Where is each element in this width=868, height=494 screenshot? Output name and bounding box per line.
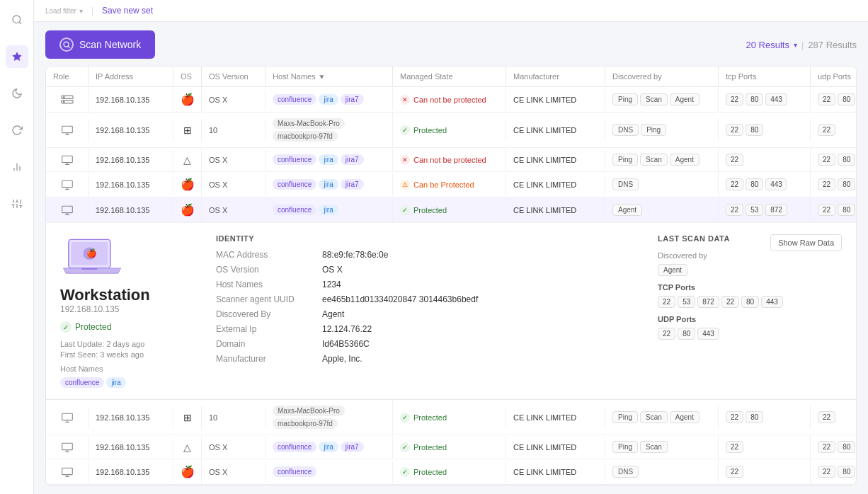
cell-hostnames: confluence jira jira7 [265,88,393,110]
cell-ip: 192.168.10.135 [88,437,173,457]
svg-rect-38 [62,413,72,420]
cell-role [46,173,88,196]
device-last-update: Last Update: 2 days ago [60,340,202,348]
udp-ports-list: 22 80 443 [658,328,842,340]
device-hostnames-tags: confluence jira [60,377,202,388]
svg-point-19 [63,96,64,98]
cell-os: 🍎 [173,172,202,197]
table-row[interactable]: 192.168.10.135 ⊞ 10 Maxs-MacBook-Pro mac… [46,400,856,435]
cell-discovered: PingScanAgent [605,406,719,429]
cell-ip: 192.168.10.135 [88,408,173,427]
table-row[interactable]: 192.168.10.135 🍎 OS X confluence jira ji… [46,172,856,197]
identity-mac: MAC Address 88:e9:fe:78:6e:0e [216,250,644,260]
show-raw-data-button[interactable]: Show Raw Data [770,234,842,251]
cell-ip: 192.168.10.135 [88,90,173,110]
cell-os: ⊞ [173,119,202,142]
scan-network-button[interactable]: Scan Network [45,30,155,59]
col-manufacturer: Manufacturer [506,67,605,86]
cell-tcp: 22 [719,435,811,459]
identity-discovered-by: Discovered By Agent [216,309,644,319]
cell-os: ⊞ [173,406,202,429]
table-row[interactable]: 192.168.10.135 △ OS X confluence jira ji… [46,435,856,459]
cell-os: △ [173,149,202,171]
cell-hostnames: confluence jira jira7 [265,436,393,458]
col-os: OS [173,67,202,86]
col-ip: IP Address [88,67,173,86]
cell-role [46,199,88,222]
svg-point-15 [64,42,69,47]
svg-rect-24 [62,156,72,162]
cell-discovered: PingScan [605,435,719,459]
cell-hostnames: Maxs-MacBook-Pro macbookpro-97fd [265,400,393,435]
cell-role [46,119,88,142]
cell-osver: OS X [202,437,265,457]
device-summary: 🍎 Workstation 192.168.10.135 ✓ Protected [60,234,202,388]
table-row[interactable]: 192.168.10.135 🍎 OS X confluence ✓ Prote… [46,459,856,485]
cell-tcp: 22 [719,460,811,483]
identity-domain: Domain Id64B5366C [216,339,644,349]
sidebar-moon[interactable] [6,82,28,105]
sidebar-search[interactable] [6,8,28,31]
table-header: Role IP Address OS OS Version Host Names… [46,67,856,87]
cell-manufacturer: CE LINK LIMITED [506,462,605,482]
table-row-expanded[interactable]: 192.168.10.135 🍎 OS X confluence jira ✓ … [46,197,856,223]
cell-discovered: DNS [605,460,719,483]
load-filter-button[interactable]: Load filter ▾ [45,7,83,15]
svg-rect-41 [62,443,72,449]
sidebar-bars[interactable] [6,156,28,178]
table-row[interactable]: 192.168.10.135 🍎 OS X confluence jira ji… [46,87,856,113]
cell-status: ⚠ Can be Protected [393,174,506,195]
cell-manufacturer: CE LINK LIMITED [506,150,605,170]
cell-udp: 2280 [811,460,857,483]
cell-tcp: 2280 [719,118,811,142]
sidebar-refresh[interactable] [6,119,28,142]
cell-ip: 192.168.10.135 [88,200,173,220]
cell-hostnames: confluence jira jira7 [265,149,393,171]
cell-status: ✕ Can not be protected [393,149,506,171]
identity-osver: OS Version OS X [216,265,644,275]
cell-role [46,149,88,171]
cell-udp: 2280443 [811,198,857,222]
tcp-ports-label: TCP Ports [658,283,842,292]
cell-tcp: 22 [719,148,811,171]
identity-title: IDENTITY [216,234,644,243]
device-hostnames-label: Host Names [60,364,202,373]
svg-line-1 [19,22,21,24]
tcp-ports-list: 22 53 872 22 80 443 [658,296,842,308]
device-illustration: 🍎 [60,234,124,284]
cell-tcp: 2280 [719,406,811,429]
cell-discovered: Agent [605,198,719,222]
cell-udp: 22 [811,118,857,142]
chevron-down-icon[interactable]: ▾ [794,41,797,49]
device-status: ✓ Protected [60,321,202,333]
cell-ip: 192.168.10.135 [88,462,173,482]
sidebar-star[interactable] [6,45,28,68]
col-role: Role [46,67,88,86]
cell-udp: 22 [811,406,857,429]
cell-hostnames: confluence jira jira7 [265,173,393,195]
cell-role [46,88,88,111]
identity-scanner-uuid: Scanner agent UUID ee465b11d01334020847 … [216,294,644,304]
col-hostnames[interactable]: Host Names ▼ [265,67,393,86]
svg-rect-44 [62,468,72,474]
cell-udp: 2280443 [811,173,857,196]
col-tcp: tcp Ports [719,67,811,86]
col-udp: udp Ports [811,67,857,86]
table-row[interactable]: 192.168.10.135 ⊞ 10 Maxs-MacBook-Pro mac… [46,113,856,148]
cell-osver: OS X [202,462,265,482]
col-osver: OS Version [202,67,265,86]
cell-hostnames: confluence [265,461,393,483]
device-first-seen: First Seen: 3 weeks ago [60,350,202,359]
identity-manufacturer: Manufacturer Apple, Inc. [216,354,644,364]
cell-role [46,406,88,429]
scan-discovered-badges: Agent [658,264,842,276]
cell-tcp: 2253872 [719,198,811,222]
cell-manufacturer: CE LINK LIMITED [506,120,605,140]
cell-manufacturer: CE LINK LIMITED [506,175,605,195]
save-new-set-button[interactable]: Save new set [102,6,153,16]
sidebar-sliders[interactable] [6,193,28,215]
last-scan-title: LAST SCAN DATA [658,234,730,243]
cell-role [46,461,88,483]
cell-osver: 10 [202,120,265,140]
table-row[interactable]: 192.168.10.135 △ OS X confluence jira ji… [46,148,856,172]
